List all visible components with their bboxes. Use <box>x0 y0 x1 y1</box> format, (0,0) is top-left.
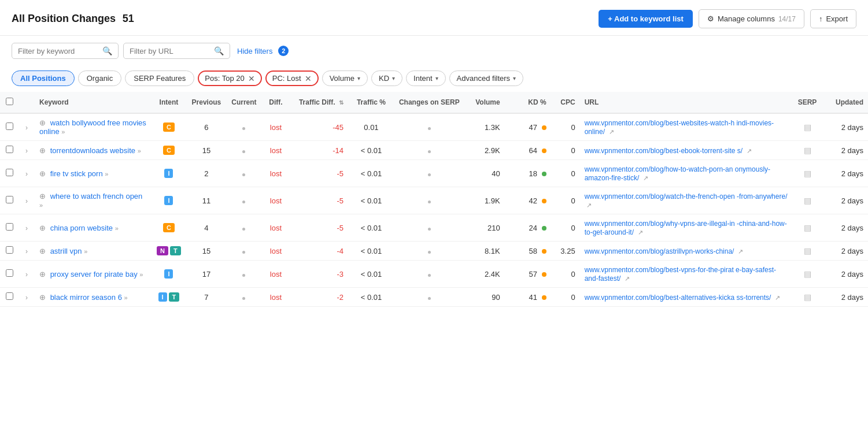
url-external-icon[interactable]: ↗ <box>586 202 592 209</box>
row-expand-cell[interactable]: › <box>19 288 35 307</box>
url-external-icon[interactable]: ↗ <box>747 147 752 154</box>
expand-button[interactable]: › <box>23 269 30 280</box>
row-checkbox[interactable] <box>6 196 13 203</box>
row-expand-cell[interactable]: › <box>19 141 35 160</box>
row-checkbox-cell[interactable] <box>0 288 19 307</box>
keyword-link[interactable]: china porn website <box>50 224 113 232</box>
row-serp-cell[interactable]: ▤ <box>793 141 822 160</box>
tab-all-positions[interactable]: All Positions <box>12 70 75 86</box>
row-checkbox[interactable] <box>6 269 13 277</box>
row-checkbox-cell[interactable] <box>0 113 19 141</box>
row-checkbox[interactable] <box>6 169 13 176</box>
tab-serp-features[interactable]: SERP Features <box>125 70 194 86</box>
expand-button[interactable]: › <box>23 196 30 206</box>
row-checkbox-cell[interactable] <box>0 242 19 261</box>
row-checkbox-cell[interactable] <box>0 160 19 187</box>
url-link[interactable]: www.vpnmentor.com/blog/best-vpns-for-the… <box>585 266 776 283</box>
row-expand-cell[interactable]: › <box>19 160 35 187</box>
expand-button[interactable]: › <box>23 223 30 233</box>
expand-button[interactable]: › <box>23 246 30 257</box>
row-checkbox[interactable] <box>6 292 13 300</box>
keyword-link[interactable]: watch bollywood free movies online <box>39 118 146 136</box>
filter-chip-pos-top20[interactable]: Pos: Top 20 ✕ <box>198 70 261 86</box>
row-checkbox[interactable] <box>6 223 13 231</box>
url-external-icon[interactable]: ↗ <box>625 275 630 282</box>
keyword-link[interactable]: torrentdownloads website <box>50 146 135 155</box>
keyword-add-icon[interactable]: ⊕ <box>39 270 46 279</box>
expand-button[interactable]: › <box>23 292 30 303</box>
select-all-checkbox[interactable] <box>6 98 13 105</box>
keyword-link[interactable]: fire tv stick porn <box>50 169 103 178</box>
keyword-filter-input-wrapper[interactable]: 🔍 <box>12 43 119 59</box>
keyword-add-icon[interactable]: ⊕ <box>39 247 46 255</box>
volume-dropdown[interactable]: Volume ▾ <box>322 70 368 86</box>
add-to-keyword-list-button[interactable]: + Add to keyword list <box>599 10 693 28</box>
serp-icon[interactable]: ▤ <box>804 246 811 255</box>
keyword-add-icon[interactable]: ⊕ <box>39 169 46 178</box>
row-serp-cell[interactable]: ▤ <box>793 160 822 187</box>
keyword-add-icon[interactable]: ⊕ <box>39 224 46 232</box>
advanced-filters-dropdown[interactable]: Advanced filters ▾ <box>449 70 524 86</box>
url-link[interactable]: www.vpnmentor.com/blog/how-to-watch-porn… <box>585 165 770 182</box>
serp-icon[interactable]: ▤ <box>804 123 811 132</box>
keyword-link[interactable]: astrill vpn <box>50 247 82 255</box>
export-button[interactable]: ↑ Export <box>810 9 856 28</box>
expand-button[interactable]: › <box>23 123 30 133</box>
row-checkbox-cell[interactable] <box>0 214 19 242</box>
keyword-link[interactable]: where to watch french open <box>50 192 143 201</box>
url-external-icon[interactable]: ↗ <box>738 248 743 255</box>
row-serp-cell[interactable]: ▤ <box>793 288 822 307</box>
url-filter-input-wrapper[interactable]: 🔍 <box>123 43 230 59</box>
url-link[interactable]: www.vpnmentor.com/blog/astrillvpn-works-… <box>585 247 734 255</box>
row-checkbox[interactable] <box>6 123 13 130</box>
row-serp-cell[interactable]: ▤ <box>793 214 822 242</box>
keyword-link[interactable]: proxy server for pirate bay <box>50 270 138 279</box>
expand-button[interactable]: › <box>23 146 30 156</box>
serp-icon[interactable]: ▤ <box>804 146 811 155</box>
header-traffic-diff[interactable]: Traffic Diff. ⇅ <box>290 92 348 113</box>
keyword-add-icon[interactable]: ⊕ <box>39 192 46 201</box>
header-select-all[interactable] <box>0 92 19 113</box>
intent-dropdown[interactable]: Intent ▾ <box>406 70 446 86</box>
expand-button[interactable]: › <box>23 169 30 179</box>
url-link[interactable]: www.vpnmentor.com/blog/best-alternatives… <box>585 294 771 302</box>
filter-chip-pc-lost[interactable]: PC: Lost ✕ <box>265 70 319 86</box>
chip-close-pos-top20[interactable]: ✕ <box>248 75 255 83</box>
row-checkbox-cell[interactable] <box>0 187 19 214</box>
url-external-icon[interactable]: ↗ <box>609 128 614 135</box>
serp-icon[interactable]: ▤ <box>804 196 811 205</box>
keyword-add-icon[interactable]: ⊕ <box>39 118 46 127</box>
row-checkbox[interactable] <box>6 146 13 153</box>
serp-icon[interactable]: ▤ <box>804 169 811 178</box>
tab-organic[interactable]: Organic <box>78 70 122 86</box>
serp-icon[interactable]: ▤ <box>804 292 811 302</box>
row-serp-cell[interactable]: ▤ <box>793 261 822 288</box>
url-link[interactable]: www.vpnmentor.com/blog/why-vpns-are-ille… <box>585 220 787 236</box>
keyword-filter-input[interactable] <box>18 47 99 55</box>
serp-icon[interactable]: ▤ <box>804 269 811 279</box>
chip-close-pc-lost[interactable]: ✕ <box>305 75 312 83</box>
hide-filters-link[interactable]: Hide filters <box>237 47 272 55</box>
row-checkbox[interactable] <box>6 246 13 254</box>
keyword-add-icon[interactable]: ⊕ <box>39 146 46 155</box>
row-serp-cell[interactable]: ▤ <box>793 242 822 261</box>
row-expand-cell[interactable]: › <box>19 113 35 141</box>
row-serp-cell[interactable]: ▤ <box>793 187 822 214</box>
url-link[interactable]: www.vpnmentor.com/blog/watch-the-french-… <box>585 192 788 201</box>
row-expand-cell[interactable]: › <box>19 187 35 214</box>
kd-dropdown[interactable]: KD ▾ <box>371 70 402 86</box>
url-external-icon[interactable]: ↗ <box>775 294 780 301</box>
row-serp-cell[interactable]: ▤ <box>793 113 822 141</box>
url-link[interactable]: www.vpnmentor.com/blog/best-ebook-torren… <box>585 147 743 155</box>
url-filter-input[interactable] <box>130 47 210 55</box>
keyword-link[interactable]: black mirror season 6 <box>50 293 122 302</box>
serp-icon[interactable]: ▤ <box>804 223 811 232</box>
row-expand-cell[interactable]: › <box>19 214 35 242</box>
url-external-icon[interactable]: ↗ <box>638 229 643 236</box>
manage-columns-button[interactable]: ⚙ Manage columns 14/17 <box>699 9 804 28</box>
row-expand-cell[interactable]: › <box>19 261 35 288</box>
url-external-icon[interactable]: ↗ <box>643 175 648 181</box>
row-checkbox-cell[interactable] <box>0 141 19 160</box>
keyword-add-icon[interactable]: ⊕ <box>39 293 46 302</box>
row-checkbox-cell[interactable] <box>0 261 19 288</box>
